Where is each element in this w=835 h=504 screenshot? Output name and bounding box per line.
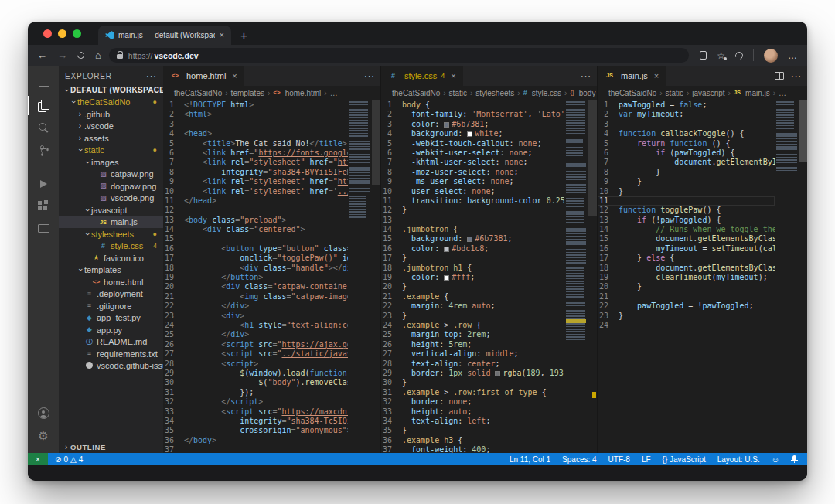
profile-avatar[interactable]: [764, 49, 778, 63]
code-line-8[interactable]: 8 integrity="sha384-BVYiiSIFeK1dGmJRAkyc…: [163, 168, 348, 177]
code-line-24[interactable]: 24: [598, 321, 775, 330]
code-line-5[interactable]: 5 <title>The Cat said No!</title>: [163, 139, 348, 148]
code-line-17[interactable]: 17 } else {: [598, 254, 775, 263]
code-line-14[interactable]: 14 // Runs when we toggle the button on: [598, 225, 775, 234]
editor-actions-icon[interactable]: ···: [364, 71, 375, 80]
minimize-window-button[interactable]: [58, 29, 66, 38]
tree-item-app-test-py[interactable]: ◆app_test.py: [59, 312, 163, 325]
minimap[interactable]: [776, 101, 798, 175]
minimap[interactable]: [349, 101, 371, 224]
favorites-icon[interactable]: ☆: [717, 51, 725, 60]
tab-style-css[interactable]: # style.css 4 ×: [381, 66, 463, 86]
tree-item-vscode-png[interactable]: ▨vscode.png: [59, 192, 163, 205]
tree-item-deployment[interactable]: ≡.deployment: [59, 288, 163, 301]
code-line-37[interactable]: 37: [163, 445, 348, 453]
explorer-icon[interactable]: [28, 94, 59, 117]
code-line-15[interactable]: 15 document.getElementsByClassName("catp…: [598, 234, 775, 243]
back-icon[interactable]: ←: [37, 50, 47, 60]
code-line-14[interactable]: 14.jumbotron {: [381, 225, 564, 234]
code-line-19[interactable]: 19 color: #fff;: [381, 273, 564, 282]
code-line-21[interactable]: 21.example {: [381, 292, 564, 301]
code-line-3[interactable]: 3: [163, 120, 348, 129]
tree-item-style-css[interactable]: #style.css4: [59, 240, 163, 253]
code-line-10[interactable]: 10 <link rel='stylesheet' href='../stati…: [163, 187, 348, 196]
browser-tab[interactable]: main.js — default (Workspace) ×: [98, 26, 231, 45]
breadcrumb-item-main-js[interactable]: JSmain.js: [734, 89, 770, 97]
code-line-13[interactable]: 13 if (!pawToggled) {: [598, 216, 775, 225]
code-line-6[interactable]: 6 -webkit-user-select: none;: [381, 148, 564, 158]
address-bar[interactable]: https:// vscode.dev: [109, 48, 689, 63]
code-line-13[interactable]: 13: [381, 216, 564, 225]
code-line-29[interactable]: 29 $(window).load(function () {: [163, 369, 348, 378]
search-icon[interactable]: [28, 117, 59, 139]
status-eol[interactable]: LF: [642, 455, 651, 464]
status-language-mode[interactable]: {} JavaScript: [663, 455, 706, 464]
tree-item-images[interactable]: ›images: [59, 156, 163, 169]
code-line-16[interactable]: 16 <button type="button" class="btn-togg…: [163, 244, 348, 254]
code-line-3[interactable]: 3 color: #6b7381;: [381, 120, 564, 129]
run-debug-icon[interactable]: [28, 172, 59, 195]
breadcrumb-item-static[interactable]: static: [666, 89, 683, 97]
code-line-22[interactable]: 22 margin: 4rem auto;: [381, 301, 564, 311]
code-line-4[interactable]: 4 background: white;: [381, 129, 564, 138]
code-line-21[interactable]: 21: [598, 292, 775, 301]
scrollbar[interactable]: [588, 100, 597, 216]
code-line-19[interactable]: 19 clearTimeout(myTimeout);: [598, 273, 775, 282]
code-line-28[interactable]: 28 text-align: center;: [381, 359, 564, 369]
code-line-16[interactable]: 16 color: #bdc1c8;: [381, 244, 564, 254]
home-icon[interactable]: ⌂: [95, 49, 101, 61]
feedback-icon[interactable]: ☺: [772, 455, 779, 464]
code-line-6[interactable]: 6 if (pawToggled) {: [598, 148, 775, 158]
code-line-26[interactable]: 26 <script src="https://ajax.googleapis.…: [163, 340, 348, 349]
code-line-4[interactable]: 4<head>: [163, 129, 348, 138]
code-line-31[interactable]: 31 });: [163, 388, 348, 397]
source-control-icon[interactable]: [28, 139, 59, 162]
code-line-7[interactable]: 7 document.getElementById("catpaw").clas…: [598, 158, 775, 167]
code-line-13[interactable]: 13<body class="preload">: [163, 216, 348, 225]
code-line-27[interactable]: 27 <script src="../static/javascript/mai…: [163, 349, 348, 359]
close-tab-icon[interactable]: ×: [220, 31, 224, 39]
code-line-26[interactable]: 26 height: 5rem;: [381, 340, 564, 349]
code-line-30[interactable]: 30}: [381, 378, 564, 387]
tree-item-vscode[interactable]: ›.vscode: [59, 121, 163, 133]
code-line-4[interactable]: 4function callbackToggle() {: [598, 129, 775, 138]
code-line-15[interactable]: 15: [163, 234, 348, 243]
breadcrumb-item-javascript[interactable]: javascript: [692, 89, 724, 97]
code-line-19[interactable]: 19 </button>: [163, 273, 348, 282]
tab-main-js[interactable]: JS main.js ×: [598, 66, 666, 86]
breadcrumb-item-body[interactable]: {}body: [570, 89, 595, 97]
close-icon[interactable]: ×: [232, 71, 237, 80]
breadcrumb-item-thecatsaidno[interactable]: theCatSaidNo: [174, 89, 222, 97]
code-line-6[interactable]: 6 <link href="https://fonts.googleapis.c…: [163, 148, 348, 158]
code-line-1[interactable]: 1body {: [381, 100, 564, 110]
code-line-12[interactable]: 12}: [381, 206, 564, 215]
code-line-16[interactable]: 16 myTimeout = setTimeout(callbackToggle…: [598, 244, 775, 254]
code-line-5[interactable]: 5 -webkit-touch-callout: none;: [381, 139, 564, 148]
code-line-22[interactable]: 22 pawToggled = !pawToggled;: [598, 301, 775, 311]
code-line-7[interactable]: 7 <link rel="stylesheet" href="https://m…: [163, 158, 348, 167]
close-icon[interactable]: ×: [451, 71, 455, 80]
code-line-17[interactable]: 17 onclick="togglePaw()" id="paw-button"…: [163, 254, 348, 263]
code-line-23[interactable]: 23 <div>: [163, 312, 348, 321]
code-line-5[interactable]: 5 return function () {: [598, 139, 775, 148]
code-line-9[interactable]: 9 <link rel="stylesheet" href="https://u…: [163, 177, 348, 186]
notifications-bell-icon[interactable]: [791, 455, 798, 463]
code-line-20[interactable]: 20}: [381, 282, 564, 291]
code-line-32[interactable]: 32 border: none;: [381, 397, 564, 407]
tree-item-javascript[interactable]: ›javascript: [59, 204, 163, 216]
code-line-37[interactable]: 37 font-weight: 400;: [381, 445, 564, 453]
code-line-36[interactable]: 36.example h3 {: [381, 436, 564, 445]
code-editor-style-css[interactable]: 1body {2 font-family: 'Montserrat', 'Lat…: [381, 100, 597, 453]
new-tab-button[interactable]: +: [240, 29, 247, 42]
code-line-8[interactable]: 8 -moz-user-select: none;: [381, 168, 564, 177]
tree-item-catpaw-png[interactable]: ▨catpaw.png: [59, 169, 163, 181]
breadcrumb-item-style-css[interactable]: #style.css: [523, 89, 561, 97]
code-line-2[interactable]: 2<html>: [163, 110, 348, 119]
code-line-24[interactable]: 24.example > .row {: [381, 321, 564, 330]
code-line-30[interactable]: 30 $("body").removeClass("preload");: [163, 378, 348, 387]
reading-mode-icon[interactable]: [700, 51, 707, 60]
code-line-25[interactable]: 25 </div>: [163, 330, 348, 339]
account-icon[interactable]: [28, 402, 59, 424]
forward-icon[interactable]: →: [57, 50, 67, 60]
status-cursor-position[interactable]: Ln 11, Col 1: [510, 455, 550, 464]
